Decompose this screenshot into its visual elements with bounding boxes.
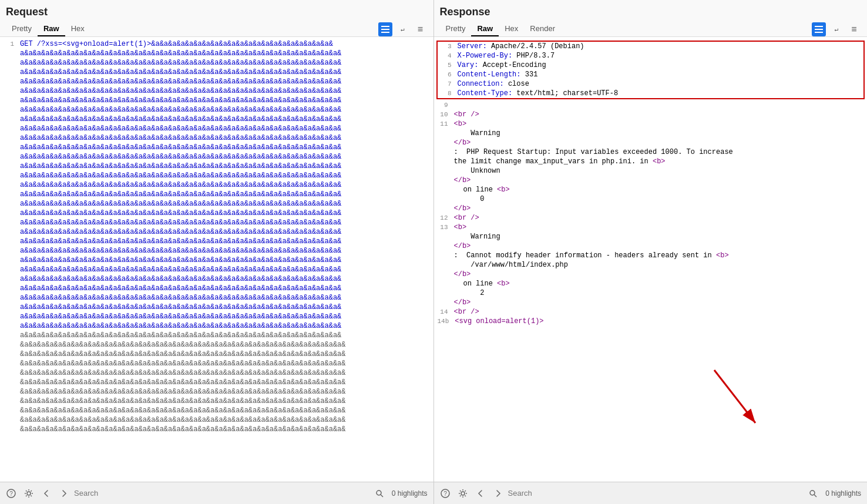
settings-button-left[interactable] <box>21 486 36 501</box>
help-button-left[interactable]: ? <box>4 486 19 501</box>
line-number <box>0 190 18 199</box>
request-list-icon[interactable] <box>378 22 392 36</box>
search-button-left[interactable] <box>372 486 387 501</box>
tab-raw-request[interactable]: Raw <box>38 22 65 36</box>
line-content: a&a&a&a&a&a&a&a&a&a&a&a&a&a&a&a&a&a&a&a&… <box>18 190 434 199</box>
help-button-right[interactable]: ? <box>438 486 453 501</box>
bottom-right: ? 0 highlights <box>434 482 868 504</box>
response-body-line: on line <b> <box>434 185 868 194</box>
request-line: a&a&a&a&a&a&a&a&a&a&a&a&a&a&a&a&a&a&a&a&… <box>0 256 434 265</box>
response-body-line: 14b<svg onload=alert(1)> <box>434 317 868 326</box>
line-number <box>0 350 18 359</box>
line-content: a&a&a&a&a&a&a&a&a&a&a&a&a&a&a&a&a&a&a&a&… <box>18 49 434 58</box>
line-content: a&a&a&a&a&a&a&a&a&a&a&a&a&a&a&a&a&a&a&a&… <box>18 171 434 180</box>
tab-raw-response[interactable]: Raw <box>471 22 499 36</box>
back-button-right[interactable] <box>473 486 488 501</box>
line-number <box>0 293 18 303</box>
line-content: X-Powered-By: PHP/8.3.7 <box>455 51 864 61</box>
response-body-line: </b> <box>434 176 868 185</box>
response-body-line: </b> <box>434 204 868 213</box>
line-content: </b> <box>452 176 868 185</box>
response-header-line: 8Content-Type: text/html; charset=UTF-8 <box>438 89 864 98</box>
line-number: 10 <box>434 110 452 119</box>
line-content: a&a&a&a&a&a&a&a&a&a&a&a&a&a&a&a&a&a&a&a&… <box>18 105 434 115</box>
line-content: <svg onload=alert(1)> <box>452 317 867 326</box>
line-number <box>434 260 452 270</box>
request-line: &a&a&a&a&a&a&a&a&a&a&a&a&a&a&a&a&a&a&a&a… <box>0 425 434 434</box>
request-code-area[interactable]: 1GET /?xss=<svg+onload=alert(1)>&a&a&a&a… <box>0 37 434 482</box>
tab-hex-response[interactable]: Hex <box>499 22 524 36</box>
request-line: a&a&a&a&a&a&a&a&a&a&a&a&a&a&a&a&a&a&a&a&… <box>0 105 434 115</box>
svg-rect-6 <box>381 29 389 30</box>
forward-button-left[interactable] <box>56 486 72 501</box>
request-line: a&a&a&a&a&a&a&a&a&a&a&a&a&a&a&a&a&a&a&a&… <box>0 284 434 293</box>
line-content: a&a&a&a&a&a&a&a&a&a&a&a&a&a&a&a&a&a&a&a&… <box>18 77 434 86</box>
request-line: a&a&a&a&a&a&a&a&a&a&a&a&a&a&a&a&a&a&a&a&… <box>0 180 434 190</box>
line-content: a&a&a&a&a&a&a&a&a&a&a&a&a&a&a&a&a&a&a&a&… <box>18 96 434 105</box>
line-number: 3 <box>438 42 455 51</box>
line-number <box>0 152 18 162</box>
settings-button-right[interactable] <box>455 486 471 501</box>
response-body-line: /var/www/html/index.php <box>434 260 868 270</box>
highlights-right: 0 highlights <box>823 489 863 498</box>
line-number <box>0 359 18 368</box>
request-line: &a&a&a&a&a&a&a&a&a&a&a&a&a&a&a&a&a&a&a&a… <box>0 359 434 368</box>
line-number <box>0 133 18 143</box>
request-line: a&a&a&a&a&a&a&a&a&a&a&a&a&a&a&a&a&a&a&a&… <box>0 152 434 162</box>
tab-pretty-request[interactable]: Pretty <box>6 22 38 36</box>
response-header-line: 5Vary: Accept-Encoding <box>438 61 864 70</box>
line-number <box>434 166 452 176</box>
request-line: a&a&a&a&a&a&a&a&a&a&a&a&a&a&a&a&a&a&a&a&… <box>0 115 434 124</box>
request-menu-icon[interactable]: ≡ <box>414 22 428 36</box>
svg-line-17 <box>381 495 383 497</box>
line-content: a&a&a&a&a&a&a&a&a&a&a&a&a&a&a&a&a&a&a&a&… <box>18 115 434 124</box>
response-menu-icon[interactable]: ≡ <box>847 22 861 36</box>
forward-button-right[interactable] <box>490 486 506 501</box>
tab-render-response[interactable]: Render <box>524 22 561 36</box>
request-line: a&a&a&a&a&a&a&a&a&a&a&a&a&a&a&a&a&a&a&a&… <box>0 49 434 58</box>
line-content: Warning <box>452 129 868 138</box>
line-content: a&a&a&a&a&a&a&a&a&a&a&a&a&a&a&a&a&a&a&a&… <box>18 58 434 68</box>
line-content: a&a&a&a&a&a&a&a&a&a&a&a&a&a&a&a&a&a&a&a&… <box>18 246 434 256</box>
search-input-right[interactable] <box>508 489 804 498</box>
line-content: <br /> <box>452 110 868 119</box>
line-number <box>434 232 452 241</box>
line-number: 14 <box>434 307 452 317</box>
search-button-right[interactable] <box>805 486 821 501</box>
response-list-icon[interactable] <box>812 22 826 36</box>
request-newline-icon[interactable]: ↵ <box>396 22 410 36</box>
line-content: Content-Type: text/html; charset=UTF-8 <box>455 89 864 98</box>
line-content: <b> <box>452 119 868 129</box>
back-button-left[interactable] <box>39 486 54 501</box>
request-line: a&a&a&a&a&a&a&a&a&a&a&a&a&a&a&a&a&a&a&a&… <box>0 58 434 68</box>
line-number <box>0 321 18 331</box>
line-number <box>0 68 18 77</box>
line-number <box>0 340 18 350</box>
svg-point-16 <box>377 490 381 495</box>
line-content: /var/www/html/index.php <box>452 260 868 270</box>
tab-hex-request[interactable]: Hex <box>65 22 90 36</box>
line-number <box>0 180 18 190</box>
response-code-area[interactable]: 3Server: Apache/2.4.57 (Debian)4X-Powere… <box>434 37 868 482</box>
request-line: a&a&a&a&a&a&a&a&a&a&a&a&a&a&a&a&a&a&a&a&… <box>0 199 434 209</box>
svg-line-22 <box>814 495 816 497</box>
response-body-line: 10<br /> <box>434 110 868 119</box>
line-number: 1 <box>0 39 18 49</box>
line-content: Vary: Accept-Encoding <box>455 61 864 70</box>
request-line: &a&a&a&a&a&a&a&a&a&a&a&a&a&a&a&a&a&a&a&a… <box>0 406 434 415</box>
line-content: the limit change max_input_vars in php.i… <box>452 157 868 166</box>
line-number <box>0 378 18 387</box>
line-content: a&a&a&a&a&a&a&a&a&a&a&a&a&a&a&a&a&a&a&a&… <box>18 162 434 171</box>
response-newline-icon[interactable]: ↵ <box>829 22 844 36</box>
request-tabs: Pretty Raw Hex ↵ ≡ <box>6 22 428 36</box>
request-line: a&a&a&a&a&a&a&a&a&a&a&a&a&a&a&a&a&a&a&a&… <box>0 96 434 105</box>
svg-rect-8 <box>815 26 823 27</box>
search-input-left[interactable] <box>74 489 369 498</box>
tab-pretty-response[interactable]: Pretty <box>440 22 472 36</box>
bottom-left: ? 0 highlights <box>0 482 434 504</box>
request-line: a&a&a&a&a&a&a&a&a&a&a&a&a&a&a&a&a&a&a&a&… <box>0 171 434 180</box>
request-line: a&a&a&a&a&a&a&a&a&a&a&a&a&a&a&a&a&a&a&a&… <box>0 303 434 312</box>
line-number: 5 <box>438 61 455 70</box>
line-number <box>0 77 18 86</box>
line-number <box>434 279 452 288</box>
